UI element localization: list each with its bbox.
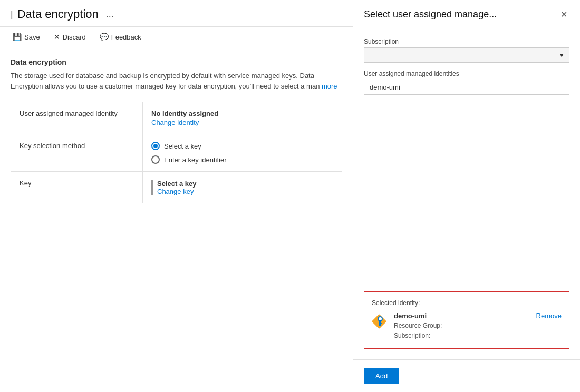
- form-row-identity: User assigned managed identity No identi…: [11, 102, 342, 134]
- identity-name: demo-umi: [394, 312, 531, 320]
- subscription-meta-label: Subscription:: [394, 332, 430, 339]
- radio-enter-identifier-label: Enter a key identifier: [164, 156, 227, 164]
- close-button[interactable]: ✕: [558, 8, 569, 21]
- subscription-field-group: Subscription ▾: [364, 38, 569, 63]
- identity-icon-svg: [372, 312, 389, 329]
- no-identity-text: No identity assigned: [151, 110, 333, 117]
- identities-field-group: User assigned managed identities: [364, 70, 569, 95]
- discard-label: Discard: [63, 33, 86, 41]
- form-section: User assigned managed identity No identi…: [11, 102, 342, 203]
- subscription-label: Subscription: [364, 38, 569, 45]
- spacer: [364, 102, 569, 280]
- page-title: Data encryption: [17, 7, 99, 21]
- identity-label: User assigned managed identity: [11, 102, 143, 134]
- radio-group: Select a key Enter a key identifier: [151, 142, 333, 164]
- identities-input[interactable]: [364, 80, 569, 95]
- identity-item: demo-umi Resource Group: Subscription: R…: [372, 312, 562, 341]
- side-panel-title: Select user assigned manage...: [364, 9, 497, 20]
- section-description: The storage used for database and backup…: [11, 71, 342, 91]
- selected-identity-box: Selected identity: d: [364, 291, 569, 349]
- radio-select-key-label: Select a key: [164, 142, 201, 150]
- save-button[interactable]: 💾 Save: [11, 31, 42, 43]
- selected-identity-label: Selected identity:: [372, 299, 562, 307]
- section-title: Data encryption: [11, 58, 342, 66]
- chevron-down-icon: ▾: [560, 51, 564, 59]
- icon-key-circle-inner: [379, 317, 382, 320]
- left-panel: | Data encryption ... 💾 Save ✕ Discard 💬…: [0, 0, 353, 392]
- icon-key-tooth2: [379, 325, 381, 326]
- ellipsis-button[interactable]: ...: [106, 9, 114, 20]
- toolbar: 💾 Save ✕ Discard 💬 Feedback: [0, 27, 353, 47]
- side-panel-header: Select user assigned manage... ✕: [353, 0, 580, 27]
- side-panel-footer: Add: [353, 359, 580, 392]
- form-row-key: Key Select a key Change key: [11, 172, 342, 203]
- add-button[interactable]: Add: [364, 368, 399, 384]
- icon-key-tooth1: [379, 323, 382, 324]
- discard-icon: ✕: [54, 33, 60, 41]
- identity-meta: Resource Group: Subscription:: [394, 321, 531, 341]
- content-area: Data encryption The storage used for dat…: [0, 47, 353, 392]
- feedback-label: Feedback: [111, 33, 141, 41]
- read-more-link[interactable]: more: [322, 82, 337, 90]
- resource-group-label: Resource Group:: [394, 322, 442, 329]
- side-panel-body: Subscription ▾ User assigned managed ide…: [353, 27, 580, 359]
- discard-button[interactable]: ✕ Discard: [52, 31, 88, 43]
- page-header: | Data encryption ...: [0, 0, 353, 27]
- key-method-label: Key selection method: [11, 134, 143, 171]
- page-title-bar: | Data encryption ...: [11, 7, 114, 21]
- radio-select-key[interactable]: Select a key: [151, 142, 333, 150]
- feedback-button[interactable]: 💬 Feedback: [98, 31, 143, 43]
- radio-enter-identifier[interactable]: Enter a key identifier: [151, 155, 333, 164]
- radio-select-key-circle: [151, 142, 160, 150]
- subscription-dropdown[interactable]: ▾: [364, 47, 569, 63]
- radio-enter-identifier-circle: [151, 155, 160, 164]
- feedback-icon: 💬: [100, 33, 109, 41]
- key-value-cell: Select a key Change key: [143, 172, 342, 203]
- right-panel: Select user assigned manage... ✕ Subscri…: [353, 0, 580, 392]
- identity-details: demo-umi Resource Group: Subscription:: [394, 312, 531, 341]
- save-icon: 💾: [13, 33, 22, 41]
- key-bold-text: Select a key: [157, 180, 196, 188]
- key-value-bordered: Select a key Change key: [151, 180, 333, 195]
- key-label-cell: Key: [11, 172, 143, 203]
- remove-link[interactable]: Remove: [536, 312, 562, 320]
- identity-value-cell: No identity assigned Change identity: [143, 102, 342, 134]
- identity-icon: [372, 312, 389, 329]
- change-key-link[interactable]: Change key: [157, 188, 194, 195]
- page-title-bar-separator: |: [11, 9, 13, 20]
- save-label: Save: [24, 33, 40, 41]
- identities-label: User assigned managed identities: [364, 70, 569, 77]
- change-identity-link[interactable]: Change identity: [151, 119, 333, 126]
- key-method-value-cell: Select a key Enter a key identifier: [143, 134, 342, 171]
- form-row-key-method: Key selection method Select a key Enter …: [11, 134, 342, 172]
